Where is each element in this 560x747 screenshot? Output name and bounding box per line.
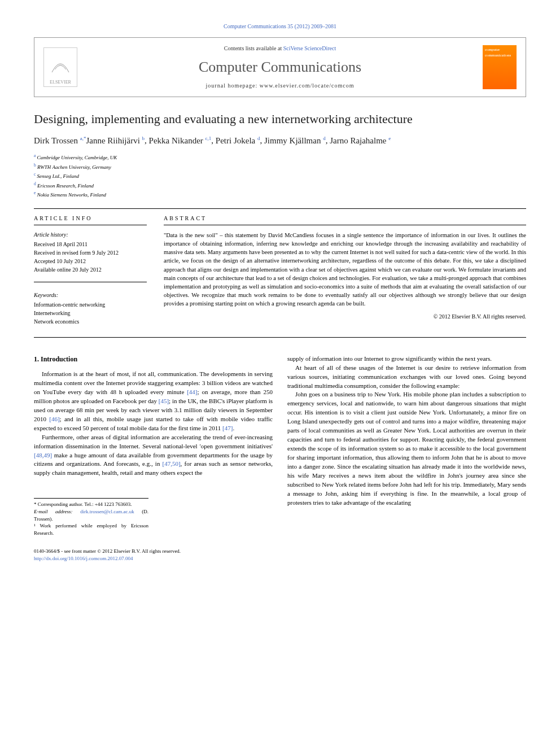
email-link[interactable]: dirk.trossen@cl.cam.ac.uk [80,509,134,514]
footnotes: * Corresponding author. Tel.: +44 1223 7… [34,498,148,536]
authors-list: Dirk Trossen a,*Janne Riihijärvi b, Pekk… [34,135,526,147]
sciencedirect-link[interactable]: SciVerse ScienceDirect [283,45,336,51]
paragraph: Furthermore, other areas of digital info… [34,433,273,478]
citation-link[interactable]: [48,49] [34,452,52,458]
history-item: Available online 20 July 2012 [34,265,147,274]
paragraph: At heart of all of these usages of the I… [287,364,526,391]
doi-link[interactable]: http://dx.doi.org/10.1016/j.comcom.2012.… [34,555,181,562]
article-info-heading: ARTICLE INFO [34,215,147,225]
section-heading-introduction: 1. Introduction [34,355,273,364]
paragraph: Information is at the heart of most, if … [34,370,273,433]
citation-link[interactable]: [45] [159,397,169,404]
elsevier-logo: ELSEVIER [43,47,77,87]
affiliations: a Cambridge University, Cambridge, UK b … [34,152,526,199]
abstract: ABSTRACT "Data is the new soil" – this s… [164,215,526,326]
email-line: E-mail address: dirk.trossen@cl.cam.ac.u… [34,508,148,522]
article-title: Designing, implementing and evaluating a… [34,111,526,128]
paragraph: John goes on a business trip to New York… [287,390,526,507]
header-citation: Computer Communications 35 (2012) 2069–2… [34,23,526,30]
citation-link[interactable]: [47,50] [163,460,181,467]
footnote-1: ¹ Work performed while employed by Erics… [34,522,148,536]
page-footer: 0140-3664/$ - see front matter © 2012 El… [34,548,526,562]
history-item: Received 18 April 2011 [34,240,147,248]
column-right: supply of information into our Internet … [287,355,526,537]
citation-link[interactable]: [44] [187,388,197,395]
corresponding-author: * Corresponding author. Tel.: +44 1223 7… [34,501,148,508]
keyword: Information-centric networking [34,300,147,309]
paragraph: supply of information into our Internet … [287,355,526,364]
abstract-heading: ABSTRACT [164,215,526,225]
journal-header: ELSEVIER Contents lists available at Sci… [34,37,526,97]
history-item: Received in revised form 9 July 2012 [34,248,147,257]
citation-link[interactable]: [46] [49,416,59,422]
keyword: Network economics [34,317,147,326]
body-columns: 1. Introduction Information is at the he… [34,355,526,537]
contents-available: Contents lists available at SciVerse Sci… [86,45,474,53]
keywords-heading: Keywords: [34,291,147,299]
article-info: ARTICLE INFO Article history: Received 1… [34,215,147,326]
journal-cover-thumbnail: computer communications [483,45,517,89]
history-item: Accepted 10 July 2012 [34,257,147,265]
abstract-copyright: © 2012 Elsevier B.V. All rights reserved… [164,313,526,321]
issn-line: 0140-3664/$ - see front matter © 2012 El… [34,548,181,555]
abstract-text: "Data is the new soil" – this statement … [164,231,526,308]
journal-title: Computer Communications [86,57,474,77]
keyword: Internetworking [34,309,147,317]
journal-homepage: journal homepage: www.elsevier.com/locat… [86,82,474,90]
column-left: 1. Introduction Information is at the he… [34,355,273,537]
history-heading: Article history: [34,231,147,239]
citation-link[interactable]: [47] [222,425,233,431]
